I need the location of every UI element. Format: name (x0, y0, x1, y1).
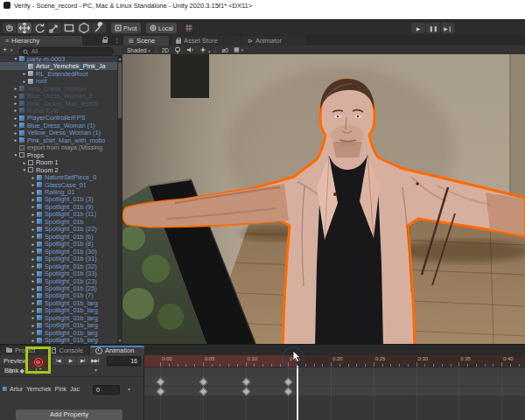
pause-mode-button[interactable]: ❚❚ (426, 23, 440, 33)
audio-toggle-icon[interactable] (186, 46, 194, 53)
hierarchy-item[interactable]: ▾Props (0, 151, 117, 159)
disclosure-collapsed-icon[interactable]: ▸ (30, 300, 37, 305)
disclosure-collapsed-icon[interactable]: ▸ (30, 212, 37, 217)
disclosure-collapsed-icon[interactable]: ▸ (30, 315, 37, 320)
disclosure-collapsed-icon[interactable]: ▸ (30, 182, 37, 187)
hierarchy-item[interactable]: ▸Yello_Dress_Woman (0, 85, 117, 93)
disclosure-collapsed-icon[interactable]: ▸ (30, 323, 37, 328)
disclosure-collapsed-icon[interactable]: ▸ (30, 308, 37, 313)
disclosure-collapsed-icon[interactable]: ▸ (30, 263, 37, 269)
disclosure-collapsed-icon[interactable]: ▸ (30, 278, 37, 284)
disclosure-collapsed-icon[interactable]: ▸ (21, 71, 28, 76)
hierarchy-item[interactable]: ▸Spotlight_01b (9)› (0, 203, 117, 211)
next-frame-button[interactable]: ▶I (77, 356, 88, 365)
toggle-2d-button[interactable]: 2D (162, 47, 169, 53)
disclosure-collapsed-icon[interactable]: ▸ (30, 330, 37, 335)
hierarchy-item[interactable]: ▸Spotlight_01b (25)› (0, 284, 117, 292)
hierarchy-item[interactable]: export from maya (Missing (0, 144, 117, 152)
disclosure-collapsed-icon[interactable]: ▸ (30, 248, 37, 254)
property-chevron-icon[interactable]: ▾ (128, 386, 130, 392)
scene-visibility-toggle[interactable]: ø0 (221, 47, 228, 53)
hand-tool-button[interactable] (3, 23, 17, 33)
rotate-tool-button[interactable] (32, 23, 46, 33)
lock-icon[interactable] (102, 39, 108, 43)
disclosure-collapsed-icon[interactable]: ▸ (30, 204, 37, 209)
disclosure-collapsed-icon[interactable]: ▸ (30, 242, 37, 247)
scene-3d-viewport[interactable] (122, 54, 525, 344)
disclosure-collapsed-icon[interactable]: ▸ (12, 101, 19, 106)
disclosure-collapsed-icon[interactable]: ▸ (30, 175, 37, 180)
disclosure-collapsed-icon[interactable]: ▸ (30, 338, 37, 343)
tab-animator[interactable]: ⊳Animator (242, 36, 305, 46)
disclosure-collapsed-icon[interactable]: ▸ (30, 271, 37, 276)
add-property-button[interactable]: Add Property (16, 410, 122, 420)
hierarchy-item[interactable]: ▸Blue_Dress_Woman (1) (0, 122, 117, 130)
first-frame-button[interactable]: I◀ (52, 356, 64, 365)
search-input[interactable]: All (19, 47, 114, 56)
disclosure-collapsed-icon[interactable]: ▸ (12, 122, 19, 128)
disclosure-collapsed-icon[interactable]: ▸ (12, 94, 19, 99)
disclosure-collapsed-icon[interactable]: ▸ (21, 79, 28, 84)
hierarchy-item[interactable]: ▸Pink_shirt_Man_with_motio (0, 136, 117, 144)
disclosure-collapsed-icon[interactable]: ▸ (30, 227, 37, 232)
transform-tool-button[interactable] (77, 23, 91, 33)
playhead[interactable] (297, 366, 298, 420)
disclosure-collapsed-icon[interactable]: ▸ (30, 286, 37, 291)
hierarchy-item[interactable]: ▸Spotlight_01b_larg› (0, 322, 117, 330)
play-button[interactable]: ▶ (65, 356, 76, 365)
property-value-field[interactable]: 0 (93, 385, 120, 395)
animation-dopesheet[interactable]: 0:000:050:100:150:200:250:300:350:40 (144, 355, 525, 420)
hierarchy-item[interactable]: ▸Room 1 (0, 158, 117, 166)
disclosure-expanded-icon[interactable]: ▾ (12, 56, 19, 61)
hierarchy-item[interactable]: ▸Railing_01› (0, 188, 117, 196)
effects-dropdown[interactable]: ▾ (200, 46, 210, 54)
disclosure-collapsed-icon[interactable]: ▸ (12, 116, 19, 121)
current-frame-field[interactable]: 16 (107, 356, 141, 366)
disclosure-collapsed-icon[interactable]: ▸ (30, 293, 37, 298)
disclosure-collapsed-icon[interactable]: ▸ (30, 197, 37, 202)
local-button[interactable]: Local (146, 23, 177, 33)
hierarchy-item[interactable]: ▸Spotlight_01b (33)› (0, 270, 117, 277)
disclosure-collapsed-icon[interactable]: ▸ (30, 234, 37, 239)
hierarchy-item[interactable]: ▸Spotlight_01b (6)› (0, 233, 117, 241)
grid-snap-icon[interactable] (182, 23, 196, 33)
gizmos-dropdown[interactable]: ▦ ▾ (234, 46, 243, 53)
pivot-button[interactable]: Pivot (111, 23, 141, 33)
scrollbar-thumb[interactable] (118, 62, 122, 118)
scale-tool-button[interactable] (47, 23, 61, 33)
step-mode-button[interactable]: ▶❙ (441, 23, 455, 33)
custom-tool-button[interactable] (92, 23, 106, 33)
rect-tool-button[interactable] (62, 23, 76, 33)
animated-property-row[interactable]: Artur_Yemchek_Pink_Jacke 0 ▾ (0, 383, 144, 395)
tab-scene[interactable]: ⊞Scene (123, 36, 169, 46)
clip-dropdown[interactable]: Blink ▾ (0, 366, 102, 375)
disclosure-collapsed-icon[interactable]: ▸ (30, 219, 37, 224)
shading-mode-dropdown[interactable]: Shaded ▾ (127, 47, 150, 53)
lighting-toggle-icon[interactable] (174, 46, 181, 54)
hierarchy-item[interactable]: ▸Spotlight_01b› (0, 218, 117, 226)
hierarchy-item[interactable]: ▸Spotlight_01b (31)› (0, 255, 117, 262)
tab-animation[interactable]: Animation (90, 346, 144, 355)
disclosure-expanded-icon[interactable]: ▾ (21, 167, 28, 172)
tab-hierarchy[interactable]: ≡ Hierarchy (0, 36, 82, 46)
tab-asset-store[interactable]: Asset Store (171, 36, 241, 46)
disclosure-collapsed-icon[interactable]: ▸ (12, 130, 19, 136)
disclosure-expanded-icon[interactable]: ▾ (12, 152, 19, 158)
disclosure-collapsed-icon[interactable]: ▸ (12, 137, 19, 143)
disclosure-collapsed-icon[interactable]: ▸ (12, 86, 19, 91)
hierarchy-item[interactable]: ▸Pink_Jacket_Man_test05 (0, 100, 117, 108)
create-dropdown-icon[interactable]: ▾ (10, 47, 13, 52)
tab-console[interactable]: Console (46, 346, 88, 355)
disclosure-collapsed-icon[interactable]: ▸ (12, 108, 19, 113)
disclosure-collapsed-icon[interactable]: ▸ (30, 190, 37, 195)
hierarchy-item[interactable]: ▸RL_ExtendedRoot (0, 70, 117, 78)
disclosure-collapsed-icon[interactable]: ▸ (30, 256, 37, 262)
disclosure-collapsed-icon[interactable]: ▸ (21, 160, 28, 165)
hierarchy-item[interactable]: ▸Spotlight_01b_larg› (0, 336, 117, 344)
move-tool-button[interactable] (18, 23, 32, 33)
kebab-menu-icon[interactable]: ⋮ (114, 37, 120, 44)
hierarchy-item[interactable]: ▾Room 2 (0, 166, 117, 174)
hierarchy-item[interactable]: ▸Spotlight_01b_larg› (0, 307, 117, 315)
last-frame-button[interactable]: ▶▶I (89, 356, 101, 365)
play-mode-button[interactable]: ▶ (411, 23, 425, 33)
